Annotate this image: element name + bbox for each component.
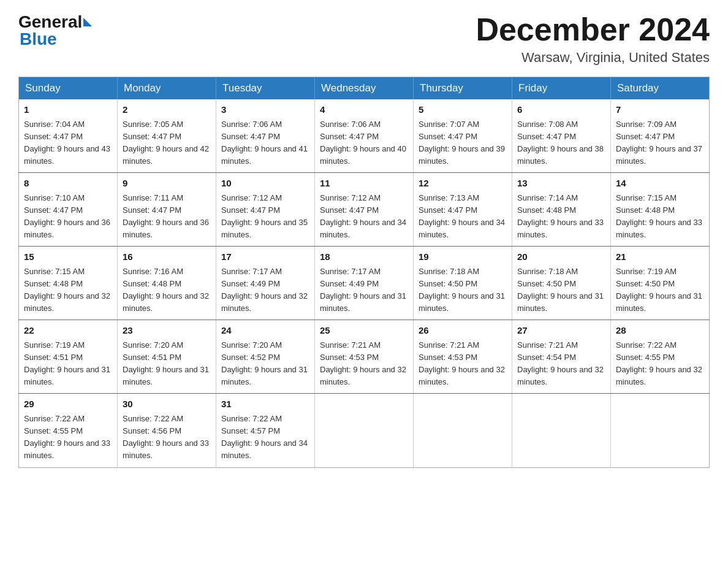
calendar-cell: 1 Sunrise: 7:04 AMSunset: 4:47 PMDayligh… [19, 99, 118, 173]
title-section: December 2024 Warsaw, Virginia, United S… [476, 12, 710, 66]
day-info: Sunrise: 7:07 AMSunset: 4:47 PMDaylight:… [419, 120, 505, 166]
day-info: Sunrise: 7:16 AMSunset: 4:48 PMDaylight:… [123, 267, 209, 313]
location: Warsaw, Virginia, United States [476, 50, 710, 66]
calendar-cell: 10 Sunrise: 7:12 AMSunset: 4:47 PMDaylig… [216, 173, 315, 247]
day-info: Sunrise: 7:15 AMSunset: 4:48 PMDaylight:… [24, 267, 110, 313]
logo-arrow-icon [83, 18, 92, 26]
day-number: 19 [419, 250, 507, 264]
calendar-cell: 7 Sunrise: 7:09 AMSunset: 4:47 PMDayligh… [611, 99, 710, 173]
calendar-cell: 18 Sunrise: 7:17 AMSunset: 4:49 PMDaylig… [315, 247, 414, 320]
calendar-cell: 28 Sunrise: 7:22 AMSunset: 4:55 PMDaylig… [611, 320, 710, 394]
calendar-cell: 29 Sunrise: 7:22 AMSunset: 4:55 PMDaylig… [19, 394, 118, 467]
month-title: December 2024 [476, 12, 710, 47]
calendar-cell: 22 Sunrise: 7:19 AMSunset: 4:51 PMDaylig… [19, 320, 118, 394]
day-number: 16 [123, 250, 211, 264]
day-info: Sunrise: 7:05 AMSunset: 4:47 PMDaylight:… [123, 120, 209, 166]
day-info: Sunrise: 7:17 AMSunset: 4:49 PMDaylight:… [320, 267, 406, 313]
day-info: Sunrise: 7:21 AMSunset: 4:54 PMDaylight:… [517, 340, 604, 386]
day-info: Sunrise: 7:17 AMSunset: 4:49 PMDaylight:… [221, 267, 308, 313]
day-info: Sunrise: 7:14 AMSunset: 4:48 PMDaylight:… [517, 193, 604, 239]
calendar-cell: 6 Sunrise: 7:08 AMSunset: 4:47 PMDayligh… [512, 99, 611, 173]
calendar-cell: 25 Sunrise: 7:21 AMSunset: 4:53 PMDaylig… [315, 320, 414, 394]
day-number: 23 [123, 324, 211, 338]
day-number: 3 [221, 103, 309, 117]
week-row-5: 29 Sunrise: 7:22 AMSunset: 4:55 PMDaylig… [19, 394, 710, 467]
day-number: 18 [320, 250, 408, 264]
weekday-header-thursday: Thursday [414, 77, 512, 100]
week-row-1: 1 Sunrise: 7:04 AMSunset: 4:47 PMDayligh… [19, 99, 710, 173]
calendar-cell: 26 Sunrise: 7:21 AMSunset: 4:53 PMDaylig… [414, 320, 512, 394]
calendar-cell: 4 Sunrise: 7:06 AMSunset: 4:47 PMDayligh… [315, 99, 414, 173]
day-info: Sunrise: 7:21 AMSunset: 4:53 PMDaylight:… [419, 340, 505, 386]
page-header: General Blue December 2024 Warsaw, Virgi… [18, 12, 710, 66]
day-number: 4 [320, 103, 408, 117]
day-info: Sunrise: 7:06 AMSunset: 4:47 PMDaylight:… [320, 120, 406, 166]
day-info: Sunrise: 7:22 AMSunset: 4:55 PMDaylight:… [616, 340, 702, 386]
day-number: 20 [517, 250, 605, 264]
weekday-header-monday: Monday [118, 77, 216, 100]
day-info: Sunrise: 7:19 AMSunset: 4:51 PMDaylight:… [24, 340, 110, 386]
day-number: 1 [24, 103, 112, 117]
day-number: 22 [24, 324, 112, 338]
calendar-cell: 15 Sunrise: 7:15 AMSunset: 4:48 PMDaylig… [19, 247, 118, 320]
weekday-header-wednesday: Wednesday [315, 77, 414, 100]
logo-blue: Blue [20, 29, 57, 49]
day-number: 26 [419, 324, 507, 338]
calendar-cell: 17 Sunrise: 7:17 AMSunset: 4:49 PMDaylig… [216, 247, 315, 320]
calendar-cell: 9 Sunrise: 7:11 AMSunset: 4:47 PMDayligh… [118, 173, 216, 247]
weekday-header-sunday: Sunday [19, 77, 118, 100]
day-number: 27 [517, 324, 605, 338]
calendar-cell: 21 Sunrise: 7:19 AMSunset: 4:50 PMDaylig… [611, 247, 710, 320]
day-number: 10 [221, 177, 309, 191]
calendar-cell: 5 Sunrise: 7:07 AMSunset: 4:47 PMDayligh… [414, 99, 512, 173]
day-number: 15 [24, 250, 112, 264]
calendar-cell [414, 394, 512, 467]
calendar-cell: 14 Sunrise: 7:15 AMSunset: 4:48 PMDaylig… [611, 173, 710, 247]
day-info: Sunrise: 7:15 AMSunset: 4:48 PMDaylight:… [616, 193, 702, 239]
day-info: Sunrise: 7:04 AMSunset: 4:47 PMDaylight:… [24, 120, 110, 166]
weekday-header-tuesday: Tuesday [216, 77, 315, 100]
calendar-cell: 16 Sunrise: 7:16 AMSunset: 4:48 PMDaylig… [118, 247, 216, 320]
calendar-cell: 12 Sunrise: 7:13 AMSunset: 4:47 PMDaylig… [414, 173, 512, 247]
day-number: 29 [24, 397, 112, 412]
week-row-4: 22 Sunrise: 7:19 AMSunset: 4:51 PMDaylig… [19, 320, 710, 394]
day-info: Sunrise: 7:09 AMSunset: 4:47 PMDaylight:… [616, 120, 702, 166]
day-number: 8 [24, 177, 112, 191]
calendar-cell: 30 Sunrise: 7:22 AMSunset: 4:56 PMDaylig… [118, 394, 216, 467]
day-number: 11 [320, 177, 408, 191]
day-number: 24 [221, 324, 309, 338]
day-number: 30 [123, 397, 211, 412]
calendar-cell [611, 394, 710, 467]
calendar-cell: 8 Sunrise: 7:10 AMSunset: 4:47 PMDayligh… [19, 173, 118, 247]
day-number: 6 [517, 103, 605, 117]
day-info: Sunrise: 7:10 AMSunset: 4:47 PMDaylight:… [24, 193, 110, 239]
day-info: Sunrise: 7:20 AMSunset: 4:52 PMDaylight:… [221, 340, 308, 386]
day-info: Sunrise: 7:22 AMSunset: 4:55 PMDaylight:… [24, 414, 110, 460]
day-info: Sunrise: 7:08 AMSunset: 4:47 PMDaylight:… [517, 120, 604, 166]
day-info: Sunrise: 7:11 AMSunset: 4:47 PMDaylight:… [123, 193, 209, 239]
day-info: Sunrise: 7:19 AMSunset: 4:50 PMDaylight:… [616, 267, 702, 313]
day-number: 21 [616, 250, 704, 264]
day-number: 7 [616, 103, 704, 117]
day-number: 5 [419, 103, 507, 117]
day-number: 9 [123, 177, 211, 191]
day-info: Sunrise: 7:21 AMSunset: 4:53 PMDaylight:… [320, 340, 406, 386]
day-number: 17 [221, 250, 309, 264]
day-number: 12 [419, 177, 507, 191]
day-number: 13 [517, 177, 605, 191]
day-info: Sunrise: 7:18 AMSunset: 4:50 PMDaylight:… [419, 267, 505, 313]
weekday-header-saturday: Saturday [611, 77, 710, 100]
calendar-cell [512, 394, 611, 467]
day-info: Sunrise: 7:18 AMSunset: 4:50 PMDaylight:… [517, 267, 604, 313]
calendar-cell: 3 Sunrise: 7:06 AMSunset: 4:47 PMDayligh… [216, 99, 315, 173]
weekday-header-row: SundayMondayTuesdayWednesdayThursdayFrid… [19, 77, 710, 100]
week-row-3: 15 Sunrise: 7:15 AMSunset: 4:48 PMDaylig… [19, 247, 710, 320]
day-number: 25 [320, 324, 408, 338]
calendar-cell: 19 Sunrise: 7:18 AMSunset: 4:50 PMDaylig… [414, 247, 512, 320]
calendar-cell: 11 Sunrise: 7:12 AMSunset: 4:47 PMDaylig… [315, 173, 414, 247]
calendar-cell: 13 Sunrise: 7:14 AMSunset: 4:48 PMDaylig… [512, 173, 611, 247]
logo: General Blue [18, 12, 92, 49]
calendar-cell: 31 Sunrise: 7:22 AMSunset: 4:57 PMDaylig… [216, 394, 315, 467]
day-info: Sunrise: 7:13 AMSunset: 4:47 PMDaylight:… [419, 193, 505, 239]
day-number: 2 [123, 103, 211, 117]
